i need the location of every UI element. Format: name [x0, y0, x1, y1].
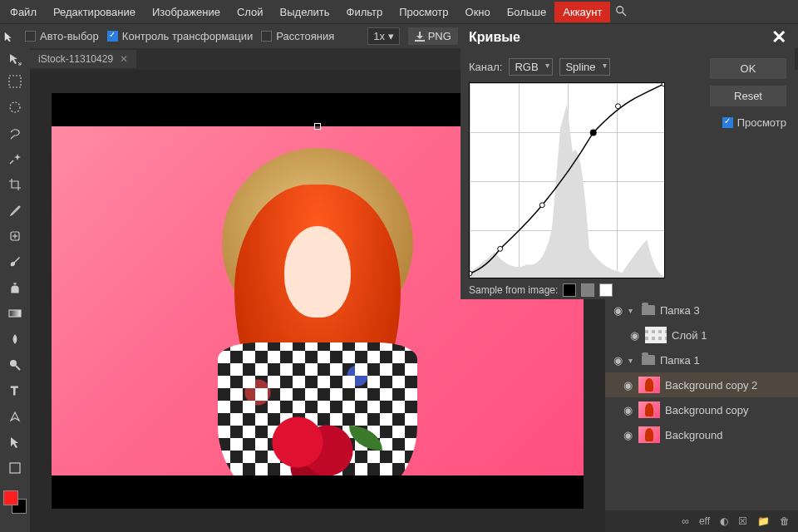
- layer-label: Папка 1: [660, 354, 700, 367]
- distances-checkbox[interactable]: Расстояния: [261, 30, 334, 42]
- healing-tool[interactable]: [5, 226, 25, 246]
- svg-point-17: [616, 104, 621, 109]
- svg-point-16: [590, 130, 597, 136]
- transform-controls-checkbox[interactable]: Контроль трансформации: [107, 30, 253, 42]
- svg-rect-8: [9, 310, 21, 317]
- menu-image[interactable]: Изображение: [144, 2, 229, 22]
- svg-rect-12: [10, 463, 20, 473]
- effects-icon[interactable]: eff: [699, 515, 710, 527]
- menu-file[interactable]: Файл: [2, 2, 45, 22]
- fg-swatch[interactable]: [3, 490, 18, 505]
- visibility-icon[interactable]: ◉: [622, 379, 633, 392]
- ok-button[interactable]: OK: [710, 58, 786, 79]
- auto-select-checkbox[interactable]: Авто-выбор: [25, 30, 99, 42]
- document-tab[interactable]: iStock-11310429 ✕: [30, 50, 136, 68]
- layer-label: Background: [665, 429, 722, 441]
- lasso-tool[interactable]: [5, 123, 25, 143]
- color-swatches[interactable]: [3, 490, 27, 514]
- curves-graph[interactable]: [469, 82, 665, 278]
- dodge-tool[interactable]: [5, 355, 25, 375]
- marquee-rect-tool[interactable]: [5, 71, 25, 91]
- path-select-tool[interactable]: [5, 432, 25, 452]
- layers-panel: ◉ ▾ Папка 3 ◉ Слой 1 ◉ ▾ Папка 1 ◉ Backg…: [605, 298, 798, 532]
- layer-bgcopy[interactable]: ◉ Background copy: [605, 397, 798, 422]
- delete-layer-icon[interactable]: 🗑: [780, 515, 790, 527]
- sample-black[interactable]: [563, 283, 576, 297]
- export-scale-select[interactable]: 1x ▾: [367, 27, 399, 45]
- layers-footer: ∞ eff ◐ ☒ 📁 🗑: [605, 510, 798, 532]
- close-tab-icon[interactable]: ✕: [120, 53, 128, 65]
- visibility-icon[interactable]: ◉: [612, 304, 623, 317]
- layer-bgcopy2[interactable]: ◉ Background copy 2: [605, 372, 798, 397]
- svg-point-13: [470, 271, 472, 276]
- layer-thumb: [638, 377, 660, 393]
- preview-checkbox[interactable]: Просмотр: [710, 116, 786, 129]
- move-cursor-icon: [2, 31, 17, 42]
- menu-window[interactable]: Окно: [457, 2, 499, 22]
- search-icon[interactable]: [615, 5, 627, 19]
- letterbox-bottom: [52, 475, 584, 509]
- menu-select[interactable]: Выделить: [272, 2, 338, 22]
- curves-titlebar[interactable]: Кривые ✕: [461, 25, 795, 50]
- blur-tool[interactable]: [5, 329, 25, 349]
- collapse-icon[interactable]: ▾: [628, 356, 637, 365]
- curves-dialog[interactable]: Кривые ✕ Канал: RGB Spline: [461, 25, 795, 299]
- sample-gray[interactable]: [581, 283, 594, 297]
- shape-tool[interactable]: [5, 458, 25, 478]
- export-png-button[interactable]: PNG: [408, 27, 458, 45]
- collapse-icon[interactable]: ▾: [628, 306, 637, 315]
- marquee-ellipse-tool[interactable]: [5, 97, 25, 117]
- layer-folder-1[interactable]: ◉ ▾ Папка 1: [605, 347, 798, 372]
- pen-tool[interactable]: [5, 406, 25, 426]
- svg-text:T: T: [11, 384, 18, 397]
- layer-label: Слой 1: [672, 329, 707, 342]
- menu-edit[interactable]: Редактирование: [45, 2, 144, 22]
- menu-bar: Файл Редактирование Изображение Слой Выд…: [0, 0, 798, 23]
- text-tool[interactable]: T: [5, 381, 25, 401]
- layer-thumb: [645, 327, 667, 343]
- svg-point-0: [617, 6, 623, 12]
- wand-tool[interactable]: [5, 149, 25, 169]
- reset-button[interactable]: Reset: [710, 86, 786, 106]
- spline-select[interactable]: Spline: [559, 58, 610, 76]
- layer-thumb: [638, 426, 660, 443]
- adjustment-icon[interactable]: ☒: [738, 515, 747, 527]
- crop-tool[interactable]: [5, 175, 25, 195]
- svg-line-1: [623, 12, 626, 15]
- link-layers-icon[interactable]: ∞: [682, 515, 689, 527]
- layer-bg[interactable]: ◉ Background: [605, 422, 798, 447]
- channel-select[interactable]: RGB: [509, 58, 553, 76]
- layer-label: Background copy 2: [665, 379, 757, 392]
- svg-point-18: [662, 83, 664, 86]
- sample-label: Sample from image:: [469, 284, 558, 296]
- brush-tool[interactable]: [5, 252, 25, 272]
- svg-rect-2: [9, 76, 21, 87]
- channel-label: Канал:: [469, 61, 502, 73]
- menu-more[interactable]: Больше: [499, 2, 555, 22]
- visibility-icon[interactable]: ◉: [622, 404, 633, 416]
- clone-tool[interactable]: [5, 278, 25, 298]
- eyedropper-tool[interactable]: [5, 200, 25, 220]
- close-icon[interactable]: ✕: [771, 27, 786, 48]
- curves-title: Кривые: [469, 30, 520, 45]
- menu-filter[interactable]: Фильтр: [338, 2, 392, 22]
- menu-account[interactable]: Аккаунт: [554, 2, 610, 22]
- folder-icon: [642, 305, 655, 315]
- new-folder-icon[interactable]: 📁: [757, 515, 770, 527]
- gradient-tool[interactable]: [5, 303, 25, 323]
- svg-point-9: [10, 360, 17, 367]
- svg-point-3: [10, 102, 20, 112]
- visibility-icon[interactable]: ◉: [622, 429, 633, 441]
- menu-layer[interactable]: Слой: [229, 2, 272, 22]
- mask-icon[interactable]: ◐: [720, 515, 728, 527]
- svg-point-15: [539, 203, 544, 208]
- document-tab-label: iStock-11310429: [38, 53, 113, 65]
- visibility-icon[interactable]: ◉: [628, 329, 640, 342]
- folder-icon: [642, 355, 655, 365]
- layer-layer1[interactable]: ◉ Слой 1: [605, 323, 798, 347]
- alt-move-tool[interactable]: [0, 48, 30, 70]
- transform-handle-top[interactable]: [314, 123, 321, 130]
- menu-view[interactable]: Просмотр: [391, 2, 456, 22]
- sample-white[interactable]: [599, 283, 613, 297]
- visibility-icon[interactable]: ◉: [612, 354, 623, 367]
